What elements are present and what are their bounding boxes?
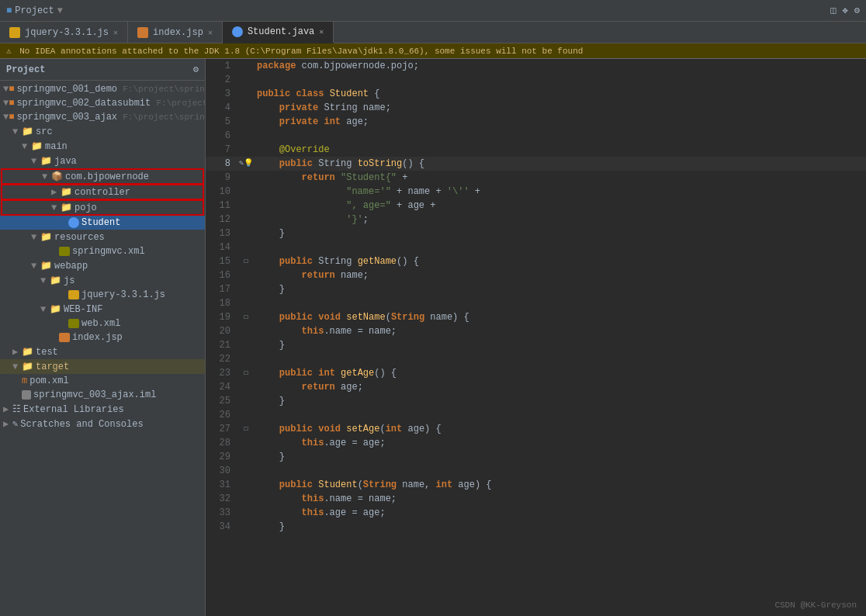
watermark-text: CSDN @KK-Greyson bbox=[774, 600, 857, 610]
sidebar-item-springmvc001[interactable]: ▼ ■ springmvc_001_demo F:\project\spring… bbox=[0, 82, 205, 96]
tab-close-student[interactable]: ✕ bbox=[319, 27, 324, 36]
pom-file-icon: m bbox=[22, 375, 27, 386]
sidebar-item-test[interactable]: ▶ 📁 test bbox=[0, 344, 205, 359]
warning-bar: ⚠ No IDEA annotations attached to the JD… bbox=[0, 43, 866, 59]
sidebar-header: Project ⚙ bbox=[0, 59, 205, 81]
sidebar-item-pojo[interactable]: ▼ 📁 pojo bbox=[2, 200, 203, 215]
chevron-controller: ▶ bbox=[51, 186, 61, 198]
extlibs-icon: ☷ bbox=[12, 403, 21, 415]
tab-index[interactable]: index.jsp ✕ bbox=[128, 22, 223, 43]
sidebar-item-student[interactable]: Student bbox=[0, 216, 205, 230]
item-label2: springmvc_002_datasubmit F:\project\spr.… bbox=[16, 98, 205, 109]
js-file-icon bbox=[68, 290, 79, 299]
dropdown-arrow[interactable]: ▼ bbox=[57, 5, 63, 16]
folder-test-icon: 📁 bbox=[22, 346, 33, 358]
student-label: Student bbox=[81, 217, 120, 228]
tabs-bar: jquery-3.3.1.js ✕ index.jsp ✕ Student.ja… bbox=[0, 22, 866, 43]
sidebar-item-resources[interactable]: ▼ 📁 resources bbox=[0, 230, 205, 244]
module-icon2: ■ bbox=[9, 98, 14, 109]
sidebar-item-iml[interactable]: springmvc_003_ajax.iml bbox=[0, 388, 205, 402]
folder-java-icon: 📁 bbox=[40, 155, 52, 167]
tab-jquery[interactable]: jquery-3.3.1.js ✕ bbox=[0, 22, 128, 43]
package-label: com.bjpowernode bbox=[65, 171, 149, 182]
indexjsp-label: index.jsp bbox=[72, 332, 123, 343]
sidebar-item-package[interactable]: ▼ 📦 com.bjpowernode bbox=[2, 169, 203, 184]
extlibs-label: External Libraries bbox=[23, 404, 124, 415]
code-view[interactable]: 1package com.bjpowernode.pojo;23public c… bbox=[206, 59, 866, 616]
item-label3: springmvc_003_ajax F:\project\springmvc.… bbox=[16, 112, 205, 123]
tab-close-index[interactable]: ✕ bbox=[208, 28, 213, 37]
chevron-java: ▼ bbox=[31, 156, 40, 167]
chevron-icon: ▼ bbox=[3, 98, 9, 109]
java-file-icon bbox=[68, 217, 79, 228]
tab-student[interactable]: Student.java ✕ bbox=[223, 22, 334, 43]
test-label: test bbox=[36, 347, 58, 358]
package-icon: 📦 bbox=[51, 171, 63, 182]
folder-src-icon: 📁 bbox=[22, 126, 33, 137]
xml-file-icon bbox=[59, 247, 70, 256]
target-label: target bbox=[36, 362, 69, 372]
sidebar-item-webinf[interactable]: ▼ 📁 WEB-INF bbox=[0, 302, 205, 317]
chevron-003: ▼ bbox=[3, 112, 9, 123]
chevron-resources: ▼ bbox=[31, 232, 40, 243]
folder-main-icon: 📁 bbox=[31, 140, 43, 152]
sidebar-title: Project bbox=[6, 64, 45, 75]
sidebar-item-main[interactable]: ▼ 📁 main bbox=[0, 139, 205, 154]
sidebar-item-jquery[interactable]: jquery-3.3.1.js bbox=[0, 288, 205, 302]
chevron-webapp: ▼ bbox=[31, 261, 40, 272]
sidebar-item-webapp[interactable]: ▼ 📁 webapp bbox=[0, 258, 205, 273]
sidebar-item-scratches[interactable]: ▶ ✎ Scratches and Consoles bbox=[0, 417, 205, 431]
tab-label-student: Student.java bbox=[248, 26, 314, 37]
sidebar-item-pom[interactable]: m pom.xml bbox=[0, 374, 205, 388]
module-icon3: ■ bbox=[9, 112, 14, 123]
project-icon: ■ bbox=[6, 5, 12, 16]
chevron-src: ▼ bbox=[12, 126, 22, 137]
chevron-right-icon: ▼ bbox=[3, 84, 9, 95]
folder-resources-icon: 📁 bbox=[40, 231, 52, 243]
chevron-main: ▼ bbox=[22, 141, 31, 152]
sidebar-header-icons: ⚙ bbox=[193, 64, 199, 75]
top-bar-icons: ◫ ✥ ⚙ bbox=[830, 5, 860, 16]
tab-label-index: index.jsp bbox=[153, 27, 203, 38]
sidebar-item-extlibs[interactable]: ▶ ☷ External Libraries bbox=[0, 402, 205, 417]
expand-icon[interactable]: ✥ bbox=[843, 5, 848, 16]
chevron-webinf: ▼ bbox=[40, 304, 50, 315]
jquery-file-label: jquery-3.3.1.js bbox=[81, 289, 165, 300]
warning-icon: ⚠ bbox=[6, 47, 12, 56]
folder-target-icon: 📁 bbox=[22, 361, 33, 372]
sidebar-item-webxml[interactable]: web.xml bbox=[0, 317, 205, 330]
gear-icon[interactable]: ⚙ bbox=[854, 5, 860, 16]
sidebar-item-src[interactable]: ▼ 📁 src bbox=[0, 124, 205, 139]
sidebar-item-springmvc-xml[interactable]: springmvc.xml bbox=[0, 244, 205, 258]
sidebar-item-java[interactable]: ▼ 📁 java bbox=[0, 154, 205, 168]
tab-label-jquery: jquery-3.3.1.js bbox=[25, 27, 109, 38]
top-bar-title: Project bbox=[15, 5, 54, 16]
sidebar-item-js[interactable]: ▼ 📁 js bbox=[0, 273, 205, 288]
sidebar-item-indexjsp[interactable]: index.jsp bbox=[0, 330, 205, 344]
webxml-file-icon bbox=[68, 319, 79, 328]
pom-label: pom.xml bbox=[29, 375, 68, 386]
sidebar-item-controller[interactable]: ▶ 📁 controller bbox=[2, 185, 203, 199]
jsp-file-icon bbox=[59, 333, 70, 342]
sidebar-item-target[interactable]: ▼ 📁 target bbox=[0, 359, 205, 374]
iml-label: springmvc_003_ajax.iml bbox=[33, 389, 156, 400]
webxml-label: web.xml bbox=[81, 318, 120, 329]
layout-icon[interactable]: ◫ bbox=[830, 5, 836, 16]
scratches-label: Scratches and Consoles bbox=[20, 419, 143, 430]
chevron-test: ▶ bbox=[12, 346, 22, 358]
webinf-label: WEB-INF bbox=[64, 304, 102, 315]
folder-webinf-icon: 📁 bbox=[50, 303, 61, 315]
sidebar-item-springmvc002[interactable]: ▼ ■ springmvc_002_datasubmit F:\project\… bbox=[0, 96, 205, 110]
sidebar-gear-icon[interactable]: ⚙ bbox=[193, 64, 199, 75]
code-table: 1package com.bjpowernode.pojo;23public c… bbox=[206, 59, 866, 534]
watermark: CSDN @KK-Greyson bbox=[774, 600, 857, 610]
tab-close-jquery[interactable]: ✕ bbox=[113, 28, 118, 37]
resources-label: resources bbox=[54, 232, 105, 243]
folder-webapp-icon: 📁 bbox=[40, 260, 52, 272]
scratches-icon: ✎ bbox=[12, 418, 18, 430]
module-icon: ■ bbox=[9, 84, 14, 95]
chevron-extlibs: ▶ bbox=[3, 403, 12, 415]
folder-js-icon: 📁 bbox=[50, 275, 61, 286]
chevron-package: ▼ bbox=[42, 171, 51, 182]
sidebar-item-springmvc003[interactable]: ▼ ■ springmvc_003_ajax F:\project\spring… bbox=[0, 110, 205, 124]
